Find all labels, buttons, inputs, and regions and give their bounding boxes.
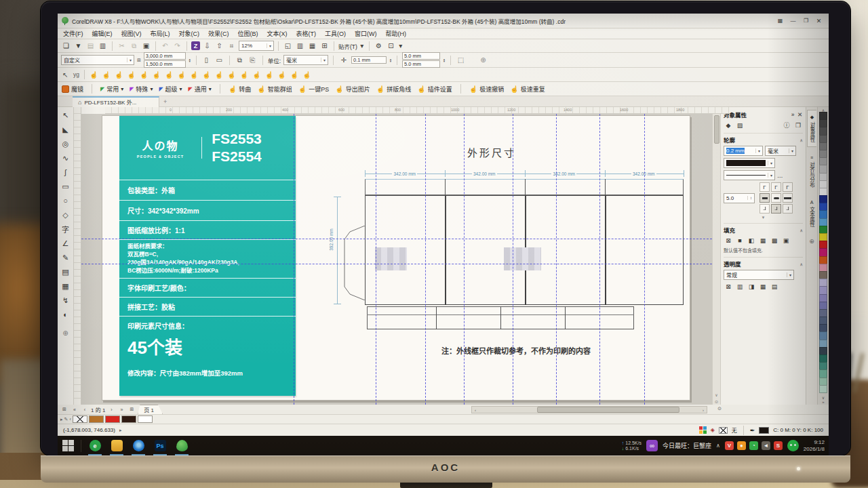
guideline-vertical[interactable] xyxy=(376,114,376,405)
drawing-viewport[interactable]: 人の物 PEOPLE & OBJECT FS2553 FS2554 包装类型：外… xyxy=(81,114,712,405)
menu-item-7[interactable]: 文本(X) xyxy=(267,29,288,38)
add-docker-icon[interactable]: ⊕ xyxy=(809,238,814,245)
menu-item-8[interactable]: 表格(T) xyxy=(296,29,317,38)
texture-transparency-icon[interactable]: ▤ xyxy=(770,282,779,291)
volume-icon[interactable]: ◄ xyxy=(762,441,770,450)
plugin-one-key-ps[interactable]: ☝一键PS xyxy=(298,85,330,94)
current-page-icon[interactable]: ⎘ xyxy=(248,55,258,65)
scroll-left-icon[interactable]: ‹ xyxy=(472,408,479,412)
minimize-button[interactable]: — xyxy=(787,16,799,26)
plugin-hand-icon[interactable]: ☝ xyxy=(140,71,148,79)
plugin-hand-icon[interactable]: ☝ xyxy=(252,71,260,79)
page-tab[interactable]: 页 1 xyxy=(138,405,163,414)
guideline-vertical[interactable] xyxy=(425,114,426,405)
guideline-vertical[interactable] xyxy=(599,114,600,405)
docpal-eyedropper-icon[interactable]: ✎ xyxy=(64,417,68,422)
horizontal-scroll-thumb[interactable] xyxy=(537,407,679,413)
plugin-hand-icon[interactable]: ☝ xyxy=(152,71,160,79)
docker-pin-icon[interactable]: » xyxy=(791,111,795,118)
tab-align-distribute[interactable]: ≡对齐与分布 xyxy=(808,151,816,192)
start-button[interactable] xyxy=(62,439,75,453)
next-page-icon[interactable]: › xyxy=(107,407,115,412)
corner-round-icon[interactable]: Γ xyxy=(771,182,781,192)
plugin-group-common[interactable]: ◤常用▾ xyxy=(100,85,123,94)
dimension-tool[interactable]: ∠ xyxy=(59,237,73,250)
new-tab-button[interactable]: + xyxy=(163,98,167,105)
tray-expand-icon[interactable]: ∧ xyxy=(716,443,720,449)
eyedropper-tool[interactable]: ↯ xyxy=(59,293,73,307)
network-speed-widget[interactable]: ↑ 12.5K/s ↓ 6.1K/s xyxy=(622,441,642,451)
taskbar-app-green[interactable]: e xyxy=(87,438,103,454)
taskbar-photoshop[interactable]: Ps xyxy=(152,438,168,454)
pattern-fill-icon[interactable]: ▦ xyxy=(758,236,768,245)
menu-item-9[interactable]: 工具(O) xyxy=(325,29,346,38)
plugin-hand-icon[interactable]: ☝ xyxy=(190,71,198,79)
plugin-hand-icon[interactable]: ☝ xyxy=(302,71,311,79)
show-rulers-icon[interactable]: ▥ xyxy=(295,41,305,51)
nudge-spinner[interactable]: ▲▼ xyxy=(389,58,392,62)
import-icon[interactable]: ⇩ xyxy=(202,41,212,51)
smart-fill-tool[interactable]: ◐ xyxy=(59,308,73,321)
mesh-fill-tool[interactable]: ▦ xyxy=(59,279,73,293)
first-page-icon[interactable]: « xyxy=(71,407,79,412)
corner-bevel-icon[interactable]: Γ xyxy=(783,182,793,192)
menu-item-10[interactable]: 窗口(W) xyxy=(355,29,377,38)
add-toolbar-icon[interactable]: ⊕ xyxy=(478,55,488,65)
quick-zoom-icon[interactable]: ⊙ xyxy=(717,406,722,411)
plugin-export-image[interactable]: ☝导出图片 xyxy=(335,85,370,94)
duplicate-spinner[interactable]: ▲▼ xyxy=(443,58,446,62)
scroll-right-icon[interactable]: › xyxy=(700,408,707,412)
fountain-transparency-icon[interactable]: ◨ xyxy=(747,282,756,291)
cloud-icon[interactable]: ◔ xyxy=(749,441,758,450)
duplicate-y-field[interactable]: 5.0 mm xyxy=(402,60,440,68)
nudge-field[interactable]: 0.1 mm xyxy=(351,56,387,64)
new-document-icon[interactable]: ❏ xyxy=(61,41,71,51)
help-grid-icon[interactable]: ▦ xyxy=(774,16,786,26)
units-combo[interactable]: 毫米▾ xyxy=(283,55,328,65)
snap-to-menu[interactable]: 贴齐(T) xyxy=(338,42,357,50)
ellipse-tool[interactable]: ○ xyxy=(59,194,73,207)
all-pages-icon[interactable]: ⧉ xyxy=(235,55,245,65)
menu-item-2[interactable]: 视图(V) xyxy=(121,29,142,38)
menu-item-5[interactable]: 效果(C) xyxy=(208,29,229,38)
menu-item-3[interactable]: 布局(L) xyxy=(151,29,170,38)
interactive-fill-tool[interactable]: ▤ xyxy=(59,265,73,279)
paste-icon[interactable]: ▣ xyxy=(141,41,151,51)
text-tool[interactable]: 字 xyxy=(59,222,73,236)
landscape-icon[interactable]: ▭ xyxy=(214,55,224,65)
guideline-vertical[interactable] xyxy=(294,114,294,405)
treat-as-filled-icon[interactable]: ⬚ xyxy=(456,55,466,65)
open-icon[interactable]: ▼ xyxy=(73,41,83,51)
guideline-vertical[interactable] xyxy=(644,114,645,405)
document-palette-swatch[interactable] xyxy=(138,415,153,423)
search-content-icon[interactable]: Z xyxy=(191,41,200,50)
constellation-app-icon[interactable]: ∞ xyxy=(646,440,658,451)
plugin-hand-icon[interactable]: ☝ xyxy=(202,71,210,79)
bezier-tool[interactable]: ʃ xyxy=(59,165,73,179)
no-color-swatch[interactable] xyxy=(73,415,87,423)
pattern-transparency-icon[interactable]: ▦ xyxy=(758,282,768,291)
plugin-hand-icon[interactable]: ☝ xyxy=(177,71,185,79)
snap-dropdown-icon[interactable]: ▾ xyxy=(359,41,365,51)
freehand-tool[interactable]: ∿ xyxy=(59,151,73,165)
outline-units-combo[interactable]: 毫米▾ xyxy=(765,146,796,156)
expand-section-icon[interactable]: ▼ xyxy=(762,216,766,220)
plugin-hand-icon[interactable]: ☝ xyxy=(165,71,173,79)
plugin-hand-icon[interactable]: ☝ xyxy=(102,71,110,79)
fullscreen-icon[interactable]: ◱ xyxy=(283,41,293,51)
prev-page-icon[interactable]: ‹ xyxy=(81,407,89,412)
guideline-horizontal[interactable] xyxy=(81,239,712,239)
docpal-scroll-icon[interactable]: ‹ xyxy=(69,417,71,422)
cap-butt-icon[interactable] xyxy=(760,193,770,203)
taskbar-app-blue[interactable] xyxy=(130,438,146,454)
publish-icon[interactable]: ⌗ xyxy=(226,41,237,51)
coords-expand-icon[interactable]: ▸ xyxy=(119,428,122,433)
zoom-tool[interactable]: ◎ xyxy=(59,137,73,150)
show-grid-icon[interactable]: ▦ xyxy=(307,41,317,51)
page-preset-combo[interactable]: 自定义▾ xyxy=(61,55,134,65)
constellation-widget-text[interactable]: 今日最旺：巨蟹座 xyxy=(663,441,711,450)
close-button[interactable]: ✕ xyxy=(813,16,825,26)
guideline-vertical[interactable] xyxy=(464,114,465,405)
vertical-scroll-thumb[interactable] xyxy=(714,115,719,144)
menu-item-4[interactable]: 对象(C) xyxy=(179,29,200,38)
